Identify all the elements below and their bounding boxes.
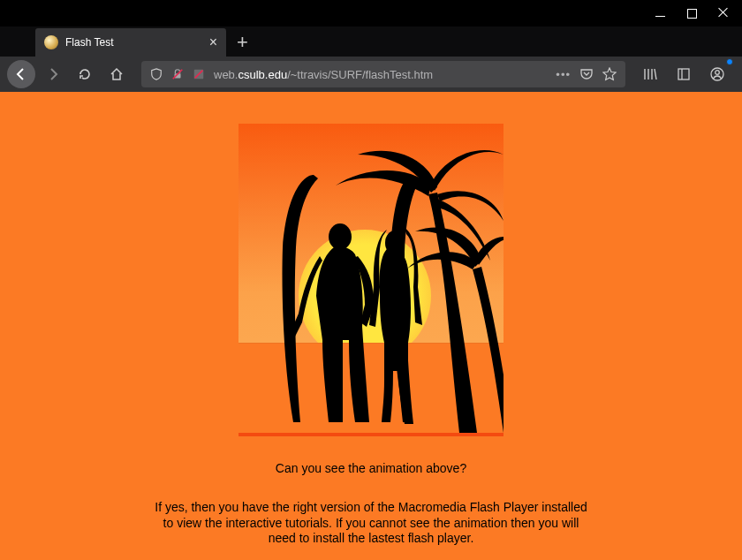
lock-insecure-icon xyxy=(171,68,184,80)
page-content: Can you see the animation above? If yes,… xyxy=(0,92,742,560)
sidebar-icon xyxy=(677,67,691,81)
back-button[interactable] xyxy=(7,60,35,88)
flash-animation xyxy=(238,124,504,436)
pocket-icon[interactable] xyxy=(579,67,594,81)
forward-button[interactable] xyxy=(39,60,67,88)
question-text: Can you see the animation above? xyxy=(0,461,742,475)
silhouette-graphic xyxy=(238,124,504,436)
tab-bar: Flash Test × + xyxy=(0,26,742,57)
browser-toolbar: web.csulb.edu/~ttravis/SURF/flashTest.ht… xyxy=(0,57,742,92)
close-window-button[interactable] xyxy=(717,7,730,19)
window-titlebar xyxy=(0,0,742,26)
svg-point-7 xyxy=(716,71,720,75)
description-text: If yes, then you have the right version … xyxy=(150,500,592,547)
library-icon xyxy=(643,67,657,81)
url-text: web.csulb.edu/~ttravis/SURF/flashTest.ht… xyxy=(214,68,547,81)
url-prefix: web. xyxy=(214,68,238,81)
maximize-button[interactable] xyxy=(685,7,698,19)
sidebar-button[interactable] xyxy=(670,60,698,88)
reload-icon xyxy=(78,67,92,81)
url-domain: csulb.edu xyxy=(238,68,287,81)
toolbar-right xyxy=(636,60,735,88)
library-button[interactable] xyxy=(636,60,664,88)
svg-rect-4 xyxy=(678,69,689,79)
notification-dot-icon xyxy=(726,58,733,65)
favicon-icon xyxy=(44,35,58,49)
arrow-right-icon xyxy=(46,67,60,81)
page-actions-more[interactable]: ••• xyxy=(556,68,571,81)
account-button[interactable] xyxy=(703,60,731,88)
minimize-button[interactable] xyxy=(654,7,666,19)
tab-title: Flash Test xyxy=(65,36,202,49)
home-button[interactable] xyxy=(102,60,131,88)
star-icon[interactable] xyxy=(602,67,617,81)
home-icon xyxy=(110,67,124,81)
new-tab-button[interactable]: + xyxy=(226,28,259,57)
address-bar[interactable]: web.csulb.edu/~ttravis/SURF/flashTest.ht… xyxy=(141,61,625,87)
browser-tab[interactable]: Flash Test × xyxy=(35,28,226,57)
avatar-icon xyxy=(710,67,724,81)
plugin-blocked-icon xyxy=(193,68,205,80)
url-path: /~ttravis/SURF/flashTest.htm xyxy=(287,68,433,81)
reload-button[interactable] xyxy=(71,60,99,88)
arrow-left-icon xyxy=(14,67,28,81)
close-tab-button[interactable]: × xyxy=(209,34,217,50)
svg-point-8 xyxy=(329,223,352,250)
shield-icon xyxy=(150,68,163,80)
window-controls xyxy=(654,7,742,19)
